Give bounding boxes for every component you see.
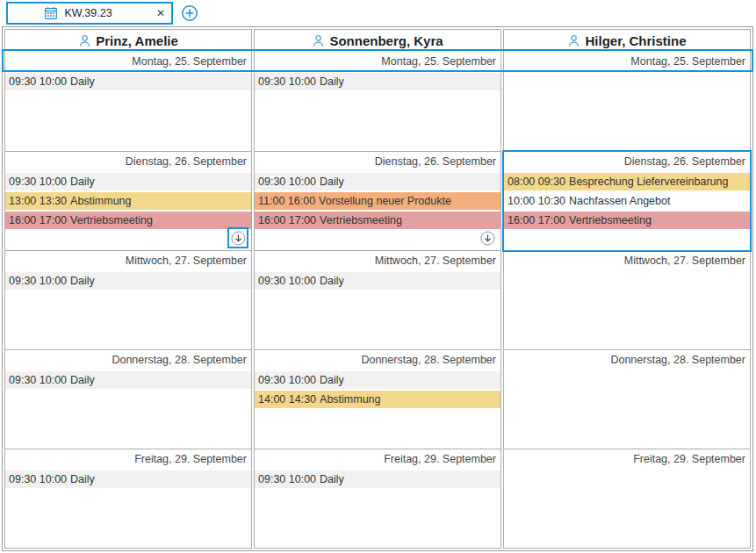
event[interactable]: 10:00 10:30Nachfassen Angebot	[504, 192, 750, 210]
event[interactable]: 09:30 10:00Daily	[5, 173, 251, 190]
day-cell[interactable]: Montag, 25. September	[504, 52, 750, 151]
tab-week-kw3923[interactable]: KW.39.23 ✕	[6, 2, 173, 25]
event-time: 09:30 10:00	[258, 473, 316, 485]
events-list: 09:30 10:00Daily	[5, 270, 251, 290]
event[interactable]: 09:30 10:00Daily	[255, 470, 500, 488]
day-cell[interactable]: Dienstag, 26. September09:30 10:00Daily1…	[5, 151, 251, 250]
person-column: Prinz, AmelieMontag, 25. September09:30 …	[4, 29, 252, 549]
day-header: Dienstag, 26. September	[504, 152, 750, 171]
event-title: Daily	[70, 473, 95, 485]
day-date-label: Mittwoch, 27. September	[375, 255, 496, 267]
day-header: Montag, 25. September	[5, 52, 251, 71]
event-time: 09:30 10:00	[258, 75, 316, 88]
person-columns: Prinz, AmelieMontag, 25. September09:30 …	[3, 27, 752, 550]
event-title: Daily	[70, 374, 95, 386]
day-cell[interactable]: Donnerstag, 28. September09:30 10:00Dail…	[5, 349, 251, 449]
person-column: Sonnenberg, KyraMontag, 25. September09:…	[254, 29, 501, 549]
add-tab-button[interactable]	[181, 4, 198, 22]
event[interactable]: 09:30 10:00Daily	[5, 73, 251, 90]
person-icon	[567, 34, 580, 47]
events-list: 09:30 10:00Daily11:00 16:00Vorstellung n…	[255, 171, 500, 229]
event-time: 09:30 10:00	[9, 473, 67, 485]
person-column-header[interactable]: Prinz, Amelie	[5, 30, 251, 52]
event-title: Vertriebsmeeting	[320, 214, 402, 226]
event-time: 16:00 17:00	[508, 214, 565, 226]
day-cell[interactable]: Freitag, 29. September	[504, 449, 750, 548]
event[interactable]: 09:30 10:00Daily	[255, 173, 500, 190]
event[interactable]: 09:30 10:00Daily	[255, 272, 500, 290]
person-icon	[78, 34, 91, 47]
events-list: 09:30 10:00Daily14:00 14:30Abstimmung	[255, 370, 500, 408]
day-date-label: Dienstag, 26. September	[624, 155, 745, 168]
event-title: Daily	[320, 176, 344, 188]
day-header: Freitag, 29. September	[504, 449, 750, 469]
event[interactable]: 14:00 14:30Abstimmung	[255, 391, 500, 408]
event-title: Vertriebsmeeting	[569, 214, 652, 226]
day-cell[interactable]: Donnerstag, 28. September09:30 10:00Dail…	[255, 349, 500, 449]
day-header: Montag, 25. September	[255, 52, 500, 71]
arrow-down-icon	[231, 231, 246, 246]
day-date-label: Freitag, 29. September	[633, 453, 745, 465]
event-time: 09:30 10:00	[258, 374, 316, 386]
event[interactable]: 09:30 10:00Daily	[255, 73, 500, 90]
day-cell[interactable]: Freitag, 29. September09:30 10:00Daily	[5, 449, 251, 548]
event-time: 13:00 13:30	[9, 195, 67, 207]
event[interactable]: 16:00 17:00Vertriebsmeeting	[255, 212, 500, 229]
person-column-header[interactable]: Sonnenberg, Kyra	[255, 30, 500, 52]
event[interactable]: 09:30 10:00Daily	[5, 272, 251, 290]
event[interactable]: 09:30 10:00Daily	[5, 470, 251, 488]
event-time: 09:30 10:00	[9, 176, 67, 188]
day-cell[interactable]: Dienstag, 26. September09:30 10:00Daily1…	[255, 151, 500, 250]
events-list: 09:30 10:00Daily	[255, 270, 500, 290]
day-header: Mittwoch, 27. September	[504, 251, 750, 270]
day-header: Dienstag, 26. September	[5, 152, 251, 171]
day-date-label: Dienstag, 26. September	[375, 155, 496, 168]
events-list: 09:30 10:00Daily	[5, 71, 251, 90]
event[interactable]: 13:00 13:30Abstimmung	[5, 192, 251, 210]
event[interactable]: 09:30 10:00Daily	[255, 371, 500, 389]
day-date-label: Mittwoch, 27. September	[126, 255, 247, 267]
events-list: 09:30 10:00Daily13:00 13:30Abstimmung16:…	[5, 171, 251, 229]
event[interactable]: 16:00 17:00Vertriebsmeeting	[504, 212, 750, 229]
day-header: Donnerstag, 28. September	[5, 350, 251, 370]
day-cell[interactable]: Mittwoch, 27. September09:30 10:00Daily	[5, 250, 251, 349]
scroll-down-button[interactable]	[477, 227, 498, 248]
day-cell[interactable]: Montag, 25. September09:30 10:00Daily	[5, 52, 251, 151]
event-title: Abstimmung	[320, 393, 380, 406]
event-title: Daily	[70, 75, 95, 88]
events-list: 09:30 10:00Daily	[255, 71, 500, 90]
event-time: 09:30 10:00	[9, 75, 67, 88]
person-name: Sonnenberg, Kyra	[329, 33, 443, 48]
day-cell[interactable]: Montag, 25. September09:30 10:00Daily	[255, 52, 500, 151]
day-cell[interactable]: Dienstag, 26. September08:00 09:30Bespre…	[504, 151, 750, 250]
day-cell[interactable]: Mittwoch, 27. September	[504, 250, 750, 349]
day-cell[interactable]: Donnerstag, 28. September	[504, 349, 750, 449]
event-time: 10:00 10:30	[508, 195, 565, 207]
event[interactable]: 09:30 10:00Daily	[5, 371, 251, 389]
day-date-label: Montag, 25. September	[132, 55, 247, 68]
person-column-header[interactable]: Hilger, Christine	[504, 30, 750, 52]
scroll-down-button[interactable]	[227, 227, 248, 248]
event-time: 09:30 10:00	[9, 275, 67, 287]
close-tab-icon[interactable]: ✕	[156, 8, 165, 18]
event-title: Daily	[70, 176, 95, 188]
event-time: 09:30 10:00	[9, 374, 67, 386]
event-time: 16:00 17:00	[9, 214, 67, 226]
event[interactable]: 08:00 09:30Besprechung Liefervereinbarun…	[504, 173, 750, 190]
day-header: Montag, 25. September	[504, 52, 750, 71]
person-name: Prinz, Amelie	[96, 33, 178, 48]
event-time: 14:00 14:30	[258, 393, 316, 406]
event[interactable]: 16:00 17:00Vertriebsmeeting	[5, 212, 251, 229]
events-list	[504, 71, 750, 73]
event[interactable]: 11:00 16:00Vorstellung neuer Produkte	[255, 192, 500, 210]
events-list: 09:30 10:00Daily	[5, 370, 251, 389]
events-list	[504, 370, 750, 371]
day-header: Freitag, 29. September	[255, 449, 500, 469]
events-list: 09:30 10:00Daily	[255, 469, 500, 488]
day-cell[interactable]: Mittwoch, 27. September09:30 10:00Daily	[255, 250, 500, 349]
day-header: Donnerstag, 28. September	[255, 350, 500, 370]
event-title: Daily	[320, 473, 344, 485]
day-cell[interactable]: Freitag, 29. September09:30 10:00Daily	[255, 449, 500, 548]
events-list	[504, 469, 750, 470]
person-name: Hilger, Christine	[585, 33, 686, 48]
